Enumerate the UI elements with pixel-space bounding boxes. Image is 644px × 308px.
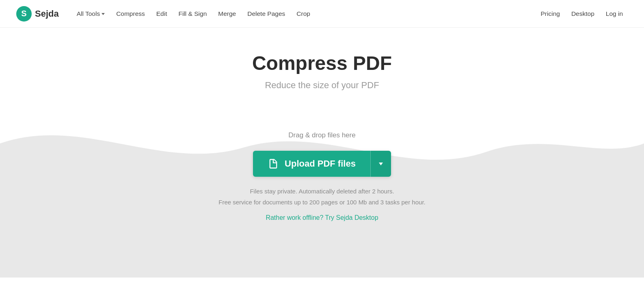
hero-section: Compress PDF Reduce the size of your PDF xyxy=(0,28,644,91)
nav-fill-sign[interactable]: Fill & Sign xyxy=(174,8,212,20)
nav-login[interactable]: Log in xyxy=(601,8,628,20)
nav-crop[interactable]: Crop xyxy=(292,8,315,20)
logo-link[interactable]: S Sejda xyxy=(16,6,59,22)
drag-drop-label: Drag & drop files here xyxy=(288,131,355,139)
header: S Sejda All Tools Compress Edit Fill & S… xyxy=(0,0,644,28)
privacy-line-2: Free service for documents up to 200 pag… xyxy=(218,197,425,208)
upload-dropdown-button[interactable] xyxy=(370,151,391,177)
chevron-down-icon xyxy=(379,163,383,165)
right-nav: Pricing Desktop Log in xyxy=(536,8,628,20)
main-nav: All Tools Compress Edit Fill & Sign Merg… xyxy=(72,8,536,20)
privacy-info: Files stay private. Automatically delete… xyxy=(218,186,425,208)
nav-delete-pages[interactable]: Delete Pages xyxy=(242,8,290,20)
nav-edit[interactable]: Edit xyxy=(151,8,172,20)
privacy-line-1: Files stay private. Automatically delete… xyxy=(218,186,425,197)
upload-button-label: Upload PDF files xyxy=(285,158,356,169)
upload-pdf-button[interactable]: Upload PDF files xyxy=(253,151,370,177)
chevron-down-icon xyxy=(102,13,105,15)
page-subtitle: Reduce the size of your PDF xyxy=(8,80,636,91)
upload-content: Drag & drop files here Upload PDF files … xyxy=(0,107,644,254)
nav-all-tools[interactable]: All Tools xyxy=(72,8,110,20)
logo-icon: S xyxy=(16,6,32,22)
upload-section: Drag & drop files here Upload PDF files … xyxy=(0,107,644,278)
nav-desktop[interactable]: Desktop xyxy=(566,8,599,20)
logo-name: Sejda xyxy=(35,9,59,19)
nav-compress[interactable]: Compress xyxy=(111,8,150,20)
offline-link[interactable]: Rather work offline? Try Sejda Desktop xyxy=(266,214,378,221)
upload-button-group: Upload PDF files xyxy=(253,151,391,177)
pdf-file-icon xyxy=(268,158,279,169)
page-title: Compress PDF xyxy=(8,52,636,74)
nav-pricing[interactable]: Pricing xyxy=(536,8,565,20)
nav-merge[interactable]: Merge xyxy=(213,8,241,20)
